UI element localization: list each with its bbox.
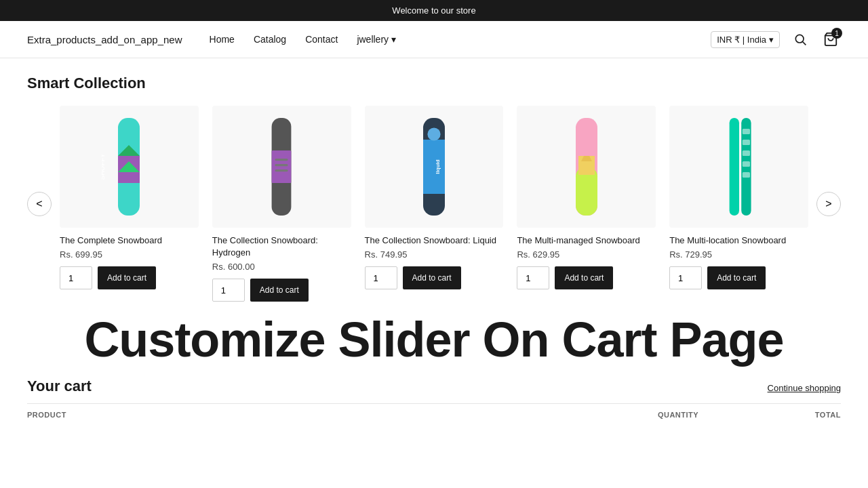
- cart-badge: 1: [831, 28, 842, 39]
- add-to-cart-2[interactable]: Add to cart: [250, 279, 309, 302]
- product-slider: < SHOFFY The Complete Snowboard Rs. 699.…: [27, 106, 841, 302]
- qty-input-3[interactable]: [365, 266, 397, 289]
- product-image-4: [517, 106, 656, 228]
- product-name-4: The Multi-managed Snowboard: [517, 235, 656, 247]
- product-card: liquid The Collection Snowboard: Liquid …: [365, 106, 504, 302]
- product-controls-4: Add to cart: [517, 266, 656, 289]
- continue-shopping-link[interactable]: Continue shopping: [768, 383, 841, 393]
- product-image-1: SHOFFY: [60, 106, 199, 228]
- product-image-5: [669, 106, 808, 228]
- top-banner: Welcome to our store: [0, 0, 868, 21]
- product-image-3: liquid: [365, 106, 504, 228]
- search-button[interactable]: [791, 30, 810, 49]
- cart-columns: PRODUCT QUANTITY TOTAL: [27, 403, 841, 426]
- product-image-2: [212, 106, 351, 228]
- add-to-cart-1[interactable]: Add to cart: [98, 266, 156, 289]
- svg-rect-25: [742, 150, 749, 156]
- svg-rect-12: [275, 169, 288, 171]
- banner-text: Welcome to our store: [392, 5, 475, 16]
- svg-rect-14: [423, 140, 445, 194]
- product-card: The Multi-location Snowboard Rs. 729.95 …: [669, 106, 808, 302]
- svg-rect-27: [742, 172, 749, 178]
- qty-input-1[interactable]: [60, 266, 92, 289]
- product-price-4: Rs. 629.95: [517, 249, 656, 260]
- slider-next-button[interactable]: >: [816, 192, 841, 216]
- chevron-down-icon: ▾: [769, 35, 774, 45]
- cart-title: Your cart: [27, 378, 92, 395]
- product-name-2: The Collection Snowboard: Hydrogen: [212, 235, 351, 259]
- qty-input-5[interactable]: [669, 266, 702, 289]
- add-to-cart-4[interactable]: Add to cart: [555, 266, 613, 289]
- product-name-1: The Complete Snowboard: [60, 235, 199, 247]
- product-price-3: Rs. 749.95: [365, 249, 504, 260]
- product-controls-1: Add to cart: [60, 266, 199, 289]
- svg-rect-9: [272, 150, 292, 183]
- svg-rect-21: [729, 118, 738, 216]
- cart-button[interactable]: 1: [821, 29, 841, 49]
- nav-catalog[interactable]: Catalog: [254, 34, 286, 45]
- svg-rect-11: [275, 164, 288, 166]
- svg-rect-10: [275, 159, 288, 161]
- header-actions: INR ₹ | India ▾ 1: [711, 29, 841, 49]
- add-to-cart-5[interactable]: Add to cart: [707, 266, 766, 289]
- product-card: SHOFFY The Complete Snowboard Rs. 699.95…: [60, 106, 199, 302]
- product-controls-2: Add to cart: [212, 279, 351, 302]
- svg-rect-24: [742, 140, 749, 145]
- svg-rect-26: [742, 161, 749, 167]
- currency-selector[interactable]: INR ₹ | India ▾: [711, 31, 780, 48]
- main-content: Smart Collection < SHOFFY The Complete S…: [0, 58, 868, 442]
- search-icon: [793, 33, 807, 46]
- chevron-down-icon: ▾: [391, 34, 396, 45]
- nav-contact[interactable]: Contact: [305, 34, 338, 45]
- svg-line-1: [803, 42, 806, 45]
- svg-point-0: [795, 35, 804, 43]
- product-card: The Multi-managed Snowboard Rs. 629.95 A…: [517, 106, 656, 302]
- cart-col-product-header: PRODUCT: [27, 411, 597, 419]
- product-name-3: The Collection Snowboard: Liquid: [365, 235, 504, 247]
- product-name-5: The Multi-location Snowboard: [669, 235, 808, 247]
- product-price-1: Rs. 699.95: [60, 249, 199, 260]
- cart-header: Your cart Continue shopping: [27, 378, 841, 395]
- products-row: SHOFFY The Complete Snowboard Rs. 699.95…: [52, 106, 816, 302]
- nav-home[interactable]: Home: [210, 34, 235, 45]
- overlay-title: Customize Slider On Cart Page: [27, 315, 841, 364]
- product-card: The Collection Snowboard: Hydrogen Rs. 6…: [212, 106, 351, 302]
- svg-point-16: [427, 127, 440, 140]
- main-nav: Home Catalog Contact jwellery ▾: [210, 34, 684, 45]
- nav-jwellery-dropdown[interactable]: jwellery ▾: [357, 34, 396, 45]
- svg-text:liquid: liquid: [435, 159, 441, 174]
- product-controls-3: Add to cart: [365, 266, 504, 289]
- qty-input-2[interactable]: [212, 279, 245, 302]
- cart-col-total-header: TOTAL: [760, 411, 841, 419]
- header: Extra_products_add_on_app_new Home Catal…: [0, 21, 868, 58]
- qty-input-4[interactable]: [517, 266, 549, 289]
- svg-text:SHOFFY: SHOFFY: [102, 153, 106, 180]
- product-price-5: Rs. 729.95: [669, 249, 808, 260]
- collection-title: Smart Collection: [27, 75, 841, 92]
- slider-prev-button[interactable]: <: [27, 192, 52, 216]
- product-controls-5: Add to cart: [669, 266, 808, 289]
- cart-col-quantity-header: QUANTITY: [610, 411, 746, 419]
- store-logo[interactable]: Extra_products_add_on_app_new: [27, 34, 182, 45]
- product-price-2: Rs. 600.00: [212, 262, 351, 272]
- add-to-cart-3[interactable]: Add to cart: [403, 266, 461, 289]
- svg-rect-23: [742, 129, 749, 134]
